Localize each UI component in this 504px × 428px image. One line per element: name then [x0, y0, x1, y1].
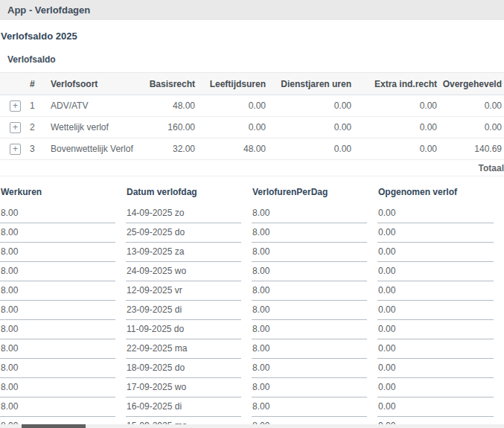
datum-verlofdag-field[interactable]: 11-09-2025 do — [126, 320, 241, 339]
verlofuren-per-dag-field[interactable]: 8.00 — [252, 301, 367, 320]
werkuren-field[interactable]: 8.00 — [0, 243, 115, 262]
dienstjaren-uren-cell: 0.00 — [268, 138, 354, 160]
verlofuren-per-dag-field[interactable]: 8.00 — [252, 204, 367, 223]
verlofuren-per-dag-field[interactable]: 8.00 — [252, 262, 367, 281]
opgenomen-verlof-field[interactable]: 0.00 — [377, 204, 494, 223]
opgenomen-verlof-field[interactable]: 0.00 — [377, 262, 494, 281]
col-header-datum-verlofdag: Datum verlofdag — [126, 185, 252, 204]
col-header-werkuren: Werkuren — [0, 185, 126, 204]
col-header-basisrecht: Basisrecht — [147, 73, 197, 95]
verlofsoort-cell: ADV/ATV — [51, 95, 147, 117]
verlofdag-row: 8.00 23-09-2025 di 8.00 0.00 — [0, 301, 504, 320]
col-header-num: # — [30, 73, 51, 95]
datum-verlofdag-field[interactable]: 24-09-2025 wo — [126, 262, 241, 281]
col-header-opgenomen-verlof: Opgenomen verlof — [377, 185, 504, 204]
days-header-row: Werkuren Datum verlofdag VerlofurenPerDa… — [0, 185, 504, 204]
dienstjaren-uren-cell: 0.00 — [268, 95, 354, 117]
overgeheveld-cell: 140.69 — [439, 138, 504, 160]
row-number-cell: 3 — [30, 138, 51, 160]
extra-ind-recht-cell: 0.00 — [354, 95, 439, 117]
basisrecht-cell: 32.00 — [147, 138, 197, 160]
app-title: App - Verlofdagen — [7, 4, 90, 16]
verlofdag-row: 8.00 17-09-2025 wo 8.00 0.00 — [0, 378, 504, 397]
verlofdag-row: 8.00 25-09-2025 do 8.00 0.00 — [0, 223, 504, 243]
datum-verlofdag-field[interactable]: 14-09-2025 zo — [126, 204, 241, 223]
leeftijdsuren-cell: 48.00 — [197, 138, 268, 160]
verlofdag-row: 8.00 12-09-2025 vr 8.00 0.00 — [0, 281, 504, 301]
opgenomen-verlof-field[interactable]: 0.00 — [377, 359, 494, 378]
opgenomen-verlof-field[interactable]: 0.00 — [377, 281, 494, 301]
opgenomen-verlof-field[interactable]: 0.00 — [377, 301, 494, 320]
extra-ind-recht-cell: 0.00 — [354, 117, 439, 138]
verlofuren-per-dag-field[interactable]: 8.00 — [252, 320, 367, 339]
datum-verlofdag-field[interactable]: 25-09-2025 do — [126, 223, 241, 243]
datum-verlofdag-field[interactable]: 23-09-2025 di — [126, 301, 241, 320]
overgeheveld-cell: 0.00 — [439, 95, 504, 117]
verlofdag-row: 8.00 16-09-2025 di 8.00 0.00 — [0, 397, 504, 417]
verlofsaldo-table: # Verlofsoort Basisrecht Leeftijdsuren D… — [0, 72, 504, 176]
werkuren-field[interactable]: 8.00 — [0, 223, 115, 243]
verlofdag-row: 8.00 13-09-2025 za 8.00 0.00 — [0, 243, 504, 262]
col-header-overgeheveld: Overgeheveld — [439, 73, 504, 95]
verlofsoort-cell: Wettelijk verlof — [51, 117, 147, 138]
leeftijdsuren-cell: 0.00 — [197, 117, 268, 138]
opgenomen-verlof-field[interactable]: 0.00 — [377, 397, 494, 417]
basisrecht-cell: 48.00 — [147, 95, 197, 117]
col-header-extra-ind-recht: Extra ind.recht — [354, 73, 439, 95]
expand-row-icon[interactable] — [10, 144, 21, 155]
col-header-leeftijdsuren: Leeftijdsuren — [197, 73, 268, 95]
werkuren-field[interactable]: 8.00 — [0, 397, 115, 417]
werkuren-field[interactable]: 8.00 — [0, 320, 115, 339]
verlofuren-per-dag-field[interactable]: 8.00 — [252, 223, 367, 243]
verlofdagen-table: Werkuren Datum verlofdag VerlofurenPerDa… — [0, 185, 504, 428]
werkuren-field[interactable]: 8.00 — [0, 359, 115, 378]
opgenomen-verlof-field[interactable]: 0.00 — [377, 378, 494, 397]
verlofuren-per-dag-field[interactable]: 8.00 — [252, 281, 367, 301]
verlofuren-per-dag-field[interactable]: 8.00 — [252, 397, 367, 417]
werkuren-field[interactable]: 8.00 — [0, 301, 115, 320]
saldo-table-row: 1 ADV/ATV 48.00 0.00 0.00 0.00 0.00 — [0, 95, 504, 117]
page-title: Verlofsaldo 2025 — [1, 31, 504, 42]
opgenomen-verlof-field[interactable]: 0.00 — [377, 243, 494, 262]
app-header-bar: App - Verlofdagen — [0, 0, 504, 20]
row-number-cell: 2 — [30, 117, 51, 138]
werkuren-field[interactable]: 8.00 — [0, 281, 115, 301]
datum-verlofdag-field[interactable]: 17-09-2025 wo — [126, 378, 241, 397]
werkuren-field[interactable]: 8.00 — [0, 378, 115, 397]
basisrecht-cell: 160.00 — [147, 117, 197, 138]
section-title: Verlofsaldo — [7, 54, 504, 65]
verlofsoort-cell: Bovenwettelijk Verlof — [51, 138, 147, 160]
row-number-cell: 1 — [30, 95, 51, 117]
saldo-header-row: # Verlofsoort Basisrecht Leeftijdsuren D… — [0, 73, 504, 95]
verlofdag-row: 8.00 14-09-2025 zo 8.00 0.00 — [0, 204, 504, 223]
datum-verlofdag-field[interactable]: 22-09-2025 ma — [126, 339, 241, 359]
verlofdag-row: 8.00 24-09-2025 wo 8.00 0.00 — [0, 262, 504, 281]
verlofuren-per-dag-field[interactable]: 8.00 — [252, 339, 367, 359]
datum-verlofdag-field[interactable]: 13-09-2025 za — [126, 243, 241, 262]
verlofuren-per-dag-field[interactable]: 8.00 — [252, 243, 367, 262]
total-label: Totaal — [439, 160, 504, 176]
col-header-dienstjaren-uren: Dienstjaren uren — [268, 73, 354, 95]
col-header-verlofsoort: Verlofsoort — [51, 73, 147, 95]
expand-row-icon[interactable] — [10, 100, 21, 112]
verlofdag-row: 8.00 18-09-2025 do 8.00 0.00 — [0, 359, 504, 378]
expand-row-icon[interactable] — [10, 122, 21, 133]
verlofdag-row: 8.00 22-09-2025 ma 8.00 0.00 — [0, 339, 504, 359]
leeftijdsuren-cell: 0.00 — [197, 95, 268, 117]
datum-verlofdag-field[interactable]: 18-09-2025 do — [126, 359, 241, 378]
scrollbar-thumb[interactable] — [22, 424, 86, 428]
opgenomen-verlof-field[interactable]: 0.00 — [377, 339, 494, 359]
datum-verlofdag-field[interactable]: 16-09-2025 di — [126, 397, 241, 417]
werkuren-field[interactable]: 8.00 — [0, 339, 115, 359]
werkuren-field[interactable]: 8.00 — [0, 262, 115, 281]
opgenomen-verlof-field[interactable]: 0.00 — [377, 320, 494, 339]
werkuren-field[interactable]: 8.00 — [0, 204, 115, 223]
extra-ind-recht-cell: 0.00 — [354, 138, 439, 160]
saldo-total-row: Totaal — [0, 160, 504, 176]
opgenomen-verlof-field[interactable]: 0.00 — [377, 223, 494, 243]
datum-verlofdag-field[interactable]: 12-09-2025 vr — [126, 281, 241, 301]
verlofuren-per-dag-field[interactable]: 8.00 — [252, 378, 367, 397]
saldo-table-row: 2 Wettelijk verlof 160.00 0.00 0.00 0.00… — [0, 117, 504, 138]
verlofuren-per-dag-field[interactable]: 8.00 — [252, 359, 367, 378]
horizontal-scrollbar[interactable] — [0, 424, 504, 428]
